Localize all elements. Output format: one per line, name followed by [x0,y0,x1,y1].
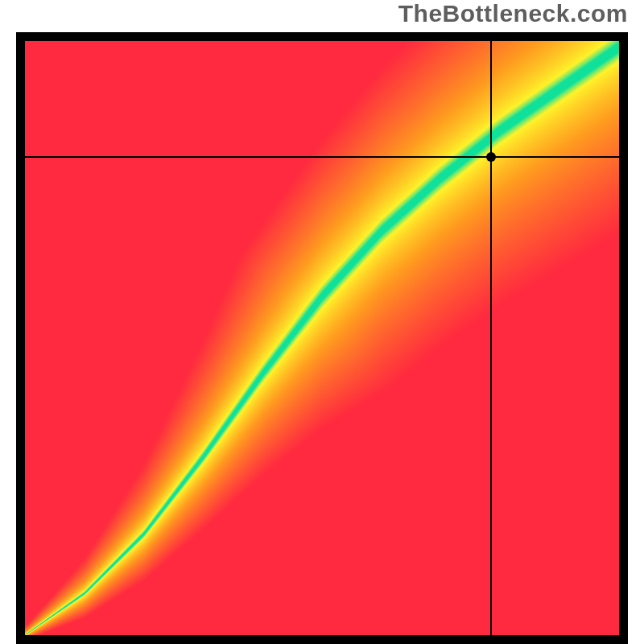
chart-stage: TheBottleneck.com [0,0,644,644]
watermark-text: TheBottleneck.com [398,0,628,27]
plot-frame [16,32,628,644]
heatmap-canvas [25,41,619,635]
crosshair-vertical [490,41,492,635]
crosshair-horizontal [25,156,619,158]
plot-area [25,41,619,635]
